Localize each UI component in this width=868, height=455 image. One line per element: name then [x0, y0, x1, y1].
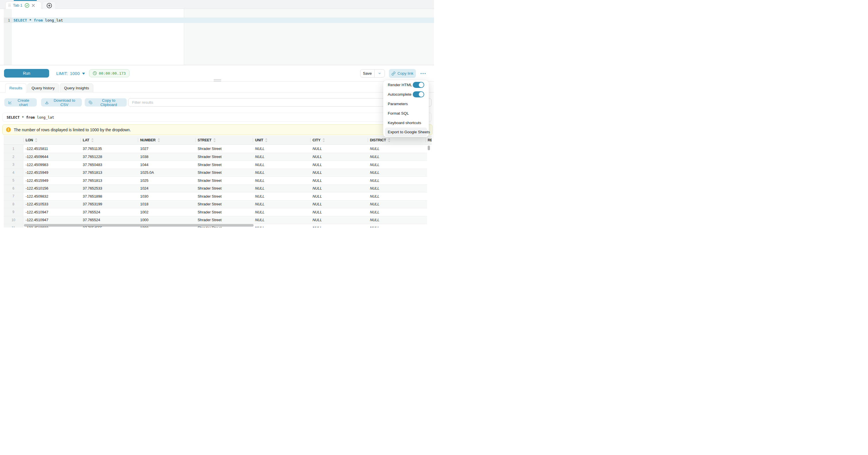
copy-to-clipboard-button[interactable]: Copy to Clipboard — [85, 98, 127, 107]
table-row[interactable]: 3-122.450998337.76504831044Shrader Stree… — [4, 160, 427, 169]
cell-region — [425, 192, 427, 200]
column-separator — [425, 138, 426, 142]
cell-city: NULL — [310, 169, 368, 177]
table-row[interactable]: 9-122.451094737.7655241002Shrader Street… — [4, 208, 427, 216]
sql-keyword: from — [26, 115, 35, 120]
results-tab-bar: Results Query history Query Insights — [0, 83, 434, 92]
limit-dropdown[interactable]: LIMIT: 1000 — [56, 65, 85, 82]
copy-link-button[interactable]: Copy link — [389, 69, 416, 78]
table-row[interactable]: 8-122.451053337.76531991018Shrader Stree… — [4, 200, 427, 208]
cell-number: 1024 — [138, 185, 195, 192]
tab-tab1[interactable]: Tab 1 — [5, 1, 41, 9]
menu-item-format-sql[interactable]: Format SQL — [383, 109, 429, 118]
cell-lat: 37.7651898 — [81, 192, 138, 200]
toggle-switch-on[interactable] — [413, 82, 424, 88]
chart-icon — [8, 100, 12, 104]
cell-unit: NULL — [253, 185, 310, 192]
column-header-unit[interactable]: UNIT — [253, 135, 310, 145]
save-options-button[interactable] — [374, 69, 384, 77]
cell-unit: NULL — [253, 177, 310, 184]
menu-item-render-html[interactable]: Render HTML — [383, 80, 429, 90]
sort-icon[interactable] — [158, 138, 160, 142]
menu-item-keyboard-shortcuts[interactable]: Keyboard shortcuts — [383, 118, 429, 127]
sort-icon[interactable] — [91, 138, 94, 142]
save-button[interactable]: Save — [361, 69, 374, 77]
table-body: 1-122.451581137.76511351027Shrader Stree… — [4, 145, 427, 228]
column-header-city[interactable]: CITY — [310, 135, 368, 145]
column-header-number[interactable]: NUMBER — [138, 135, 195, 145]
cell-district: NULL — [368, 161, 425, 169]
row-number-cell: 4 — [4, 169, 23, 177]
cell-street: Shrader Street — [195, 169, 253, 177]
table-row[interactable]: 5-122.451594937.76518131025Shrader Stree… — [4, 176, 427, 184]
table-row[interactable]: 2-122.450964437.76512281038Shrader Stree… — [4, 153, 427, 161]
cell-number: 1000 — [138, 216, 195, 224]
menu-item-parameters[interactable]: Parameters — [383, 99, 429, 109]
clock-icon — [93, 71, 97, 75]
column-header-region[interactable]: REGION — [425, 135, 432, 145]
column-label: DISTRICT — [370, 138, 386, 142]
sort-icon[interactable] — [35, 138, 37, 142]
cell-street: Shrader Street — [195, 185, 253, 192]
sql-editor[interactable]: 1 SELECT * from long_lat — [0, 9, 434, 65]
new-tab-button[interactable] — [42, 1, 56, 9]
cell-city: NULL — [310, 216, 368, 224]
close-tab-icon[interactable] — [32, 4, 35, 7]
table-row[interactable]: 1-122.451581137.76511351027Shrader Stree… — [4, 145, 427, 153]
table-header-row: LONLATNUMBERSTREETUNITCITYDISTRICTREGION — [4, 135, 432, 145]
cell-lon: -122.4510947 — [23, 216, 81, 224]
tab-query-insights[interactable]: Query Insights — [60, 83, 93, 92]
cell-region — [425, 208, 427, 216]
limit-label: LIMIT: — [56, 71, 67, 76]
sql-text: * — [27, 18, 34, 22]
cell-unit: NULL — [253, 224, 310, 228]
download-csv-button[interactable]: Download to CSV — [41, 98, 82, 107]
table-row[interactable]: 7-122.450983237.76518981030Shrader Stree… — [4, 192, 427, 200]
more-options-menu: Render HTMLAutocompleteParametersFormat … — [383, 80, 429, 137]
sql-code-line[interactable]: SELECT * from long_lat — [13, 18, 63, 23]
menu-item-autocomplete[interactable]: Autocomplete — [383, 90, 429, 99]
copy-to-clipboard-label: Copy to Clipboard — [95, 98, 123, 107]
cell-number: 1027 — [138, 145, 195, 153]
column-header-street[interactable]: STREET — [195, 135, 253, 145]
run-button[interactable]: Run — [4, 69, 49, 78]
cell-region — [425, 201, 427, 208]
horizontal-scrollbar[interactable] — [24, 224, 254, 226]
cell-unit: NULL — [253, 216, 310, 224]
drag-handle-icon[interactable] — [9, 4, 11, 7]
sort-icon[interactable] — [213, 138, 216, 142]
sort-icon[interactable] — [265, 138, 268, 142]
table-row[interactable]: 10-122.451094737.7655241000Shrader Stree… — [4, 216, 427, 224]
column-header-lat[interactable]: LAT — [81, 135, 138, 145]
ellipsis-icon — [420, 73, 426, 74]
results-table: LONLATNUMBERSTREETUNITCITYDISTRICTREGION… — [0, 135, 434, 228]
clipboard-icon — [89, 100, 92, 104]
cell-district: NULL — [368, 224, 425, 228]
tab-results[interactable]: Results — [5, 83, 26, 93]
download-icon — [45, 100, 49, 104]
cell-unit: NULL — [253, 161, 310, 169]
table-row[interactable]: 4-122.451594937.76518131025.0AShrader St… — [4, 169, 427, 177]
menu-item-export-to-google-sheets[interactable]: Export to Google Sheets — [385, 127, 427, 136]
table-row[interactable]: 6-122.451015637.76525331024Shrader Stree… — [4, 184, 427, 192]
cell-region — [425, 216, 427, 224]
toggle-switch-on[interactable] — [413, 91, 424, 97]
cell-lat: 37.765524 — [81, 208, 138, 216]
cell-lat: 37.7651813 — [81, 177, 138, 184]
sql-keyword: from — [34, 18, 42, 22]
more-options-button[interactable] — [419, 69, 427, 78]
column-header-lon[interactable]: LON — [23, 135, 81, 145]
cell-district: NULL — [368, 216, 425, 224]
create-chart-button[interactable]: Create chart — [4, 98, 37, 107]
vertical-scrollbar[interactable] — [428, 146, 430, 150]
row-number-cell: 1 — [4, 145, 23, 153]
tab-query-history[interactable]: Query history — [27, 83, 59, 92]
column-separator — [253, 138, 253, 142]
cell-lat: 37.765524 — [81, 216, 138, 224]
pane-resize-handle[interactable] — [214, 79, 221, 82]
sort-icon[interactable] — [388, 138, 390, 142]
cell-lat: 37.7652533 — [81, 185, 138, 192]
sort-icon[interactable] — [322, 138, 325, 142]
cell-number: 1044 — [138, 161, 195, 169]
limit-value: 1000 — [70, 71, 80, 76]
